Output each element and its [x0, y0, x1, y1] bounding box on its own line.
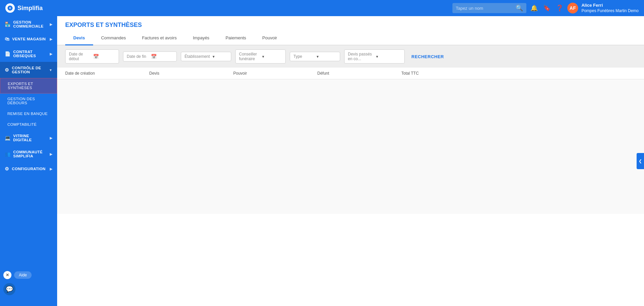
page-title: EXPORTS ET SYNTHÈSES — [57, 16, 644, 29]
vente-magasin-icon: 🛍 — [5, 36, 9, 42]
col-total-ttc: Total TTC — [401, 71, 636, 76]
sidebar-label-comptabilite: COMPTABILITÉ — [7, 122, 37, 126]
col-defunt: Défunt — [317, 71, 401, 76]
sidebar-label-configuration: CONFIGURATION — [12, 167, 45, 171]
communaute-icon: 👥 — [5, 151, 10, 157]
user-name: Alice Ferri — [581, 3, 639, 8]
type-filter[interactable]: Type ▼ — [290, 52, 340, 61]
devis-passe-filter[interactable]: Devis passés en co... ▼ — [344, 49, 405, 64]
help-icon[interactable]: ❓ — [556, 4, 563, 12]
rechercher-button[interactable]: RECHERCHER — [409, 52, 447, 61]
sidebar-label-communaute-simplifia: COMMUNAUTÉ SIMPLIFIA — [13, 150, 47, 158]
chevron-right-icon: ▶ — [50, 52, 52, 56]
aide-close-button[interactable]: ✕ — [3, 271, 11, 279]
chevron-down-icon: ▼ — [49, 68, 52, 72]
chevron-left-icon: ❮ — [639, 159, 642, 163]
chevron-right-icon: ▶ — [50, 37, 52, 41]
tab-impayes[interactable]: Impayés — [185, 31, 217, 45]
main-content: EXPORTS ET SYNTHÈSES Devis Commandes Fac… — [57, 16, 644, 306]
user-company: Pompes Funèbres Martin Demo — [581, 8, 639, 14]
date-debut-filter[interactable]: Date de début 📅 — [65, 49, 119, 64]
sidebar-label-gestion-commerciale: GESTION COMMERCIALE — [13, 20, 47, 28]
col-date-creation: Date de création — [65, 71, 149, 76]
dropdown-icon: ▼ — [261, 55, 282, 59]
filters-bar: Date de début 📅 Date de fin 📅 Établissem… — [57, 45, 644, 68]
sidebar: 🏪 GESTION COMMERCIALE ▶ 🛍 VENTE MAGASIN … — [0, 16, 57, 306]
sidebar-item-exports-et-syntheses[interactable]: EXPORTS ET SYNTHÈSES — [0, 78, 57, 93]
col-devis: Devis — [149, 71, 233, 76]
tab-paiements[interactable]: Paiements — [217, 31, 254, 45]
notification-icon[interactable]: 🔔 — [530, 4, 538, 12]
app-header: Simplifia 🔍 🔔 🔖 ❓ AF Alice Ferri Pompes … — [0, 0, 644, 16]
sidebar-item-communaute-simplifia[interactable]: 👥 COMMUNAUTÉ SIMPLIFIA ▶ — [0, 146, 57, 162]
content-wrapper: EXPORTS ET SYNTHÈSES Devis Commandes Fac… — [57, 16, 644, 306]
tab-pouvoir[interactable]: Pouvoir — [254, 31, 285, 45]
etablissement-filter[interactable]: Établissement ▼ — [181, 52, 231, 61]
sidebar-item-configuration[interactable]: ⚙ CONFIGURATION ▶ — [0, 162, 57, 176]
sidebar-label-vitrine-digitale: VITRINE DIGITALE — [13, 134, 47, 142]
conseiller-filter[interactable]: Conseiller funéraire ▼ — [235, 49, 286, 64]
sidebar-item-contrat-obseques[interactable]: 📄 CONTRAT OBSEQUES ▶ — [0, 46, 57, 62]
aide-button[interactable]: Aide — [14, 271, 32, 279]
contrat-obseques-icon: 📄 — [5, 51, 10, 56]
user-info: Alice Ferri Pompes Funèbres Martin Demo — [581, 3, 639, 13]
sidebar-collapse-button[interactable]: ❮ — [637, 153, 644, 169]
chevron-right-icon: ▶ — [50, 136, 52, 140]
sidebar-item-gestion-commerciale[interactable]: 🏪 GESTION COMMERCIALE ▶ — [0, 16, 57, 32]
sidebar-label-gestion-des-debours: GESTION DES DÉBOURS — [7, 97, 52, 105]
sidebar-item-comptabilite[interactable]: COMPTABILITÉ — [0, 119, 57, 130]
header-icons: 🔔 🔖 ❓ — [530, 4, 563, 12]
tab-commandes[interactable]: Commandes — [93, 31, 134, 45]
vitrine-digitale-icon: 💻 — [5, 135, 10, 141]
main-layout: 🏪 GESTION COMMERCIALE ▶ 🛍 VENTE MAGASIN … — [0, 16, 644, 306]
sidebar-item-vitrine-digitale[interactable]: 💻 VITRINE DIGITALE ▶ — [0, 130, 57, 146]
dropdown-icon: ▼ — [212, 55, 228, 59]
search-input[interactable] — [456, 6, 513, 11]
configuration-icon: ⚙ — [5, 166, 9, 171]
table-body — [57, 79, 644, 214]
table-area: Date de création Devis Pouvoir Défunt To… — [57, 68, 644, 306]
sidebar-label-vente-magasin: VENTE MAGASIN — [12, 37, 46, 41]
calendar-icon: 📅 — [151, 54, 173, 59]
sidebar-item-remise-en-banque[interactable]: REMISE EN BANQUE — [0, 108, 57, 119]
chevron-right-icon: ▶ — [50, 152, 52, 156]
logo[interactable]: Simplifia — [5, 3, 43, 13]
dropdown-icon: ▼ — [316, 55, 336, 59]
gestion-commerciale-icon: 🏪 — [5, 22, 10, 27]
user-area[interactable]: AF Alice Ferri Pompes Funèbres Martin De… — [567, 3, 639, 13]
sidebar-item-controle-de-gestion[interactable]: ⚙ CONTRÔLE DE GESTION ▼ — [0, 62, 57, 78]
chat-button[interactable]: 💬 — [3, 283, 15, 295]
sidebar-label-exports-et-syntheses: EXPORTS ET SYNTHÈSES — [8, 82, 52, 90]
sidebar-item-vente-magasin[interactable]: 🛍 VENTE MAGASIN ▶ — [0, 32, 57, 46]
col-pouvoir: Pouvoir — [233, 71, 317, 76]
calendar-icon: 📅 — [93, 54, 115, 59]
tab-factures-avoirs[interactable]: Factures et avoirs — [134, 31, 185, 45]
controle-gestion-icon: ⚙ — [5, 67, 9, 73]
logo-icon — [5, 3, 15, 13]
dropdown-icon: ▼ — [375, 55, 401, 59]
search-bar[interactable]: 🔍 — [452, 3, 526, 13]
sidebar-label-contrat-obseques: CONTRAT OBSEQUES — [13, 50, 47, 58]
bookmark-icon[interactable]: 🔖 — [543, 4, 551, 12]
table-header: Date de création Devis Pouvoir Défunt To… — [57, 68, 644, 79]
sidebar-bottom: ✕ Aide — [0, 267, 57, 283]
search-icon: 🔍 — [516, 4, 523, 12]
avatar: AF — [567, 3, 578, 13]
date-fin-filter[interactable]: Date de fin 📅 — [123, 51, 177, 62]
app-name: Simplifia — [17, 5, 43, 12]
chevron-right-icon: ▶ — [50, 23, 52, 26]
sidebar-label-remise-en-banque: REMISE EN BANQUE — [7, 112, 48, 116]
chevron-right-icon: ▶ — [50, 167, 52, 171]
tab-devis[interactable]: Devis — [65, 31, 93, 45]
sidebar-label-controle-de-gestion: CONTRÔLE DE GESTION — [12, 66, 46, 74]
sidebar-item-gestion-des-debours[interactable]: GESTION DES DÉBOURS — [0, 93, 57, 108]
tabs-bar: Devis Commandes Factures et avoirs Impay… — [57, 31, 644, 45]
